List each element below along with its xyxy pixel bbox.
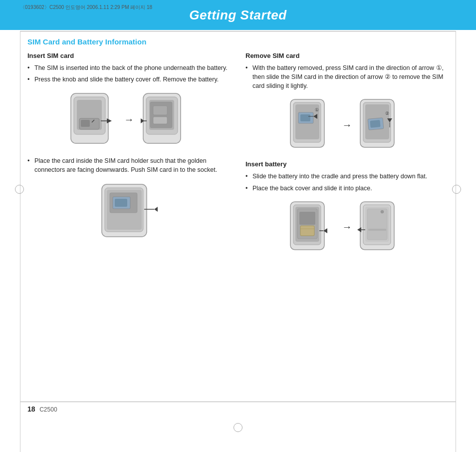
insert-sim-bullets: The SIM is inserted into the back of the… — [27, 63, 231, 84]
list-item: Slide the battery into the cradle and pr… — [245, 172, 449, 181]
remove-sim-bullets: With the battery removed, press SIM card… — [245, 63, 449, 90]
border-right — [456, 31, 456, 452]
list-item: Place the back cover and slide it into p… — [245, 184, 449, 193]
phone-image-6 — [287, 200, 337, 255]
right-column: Remove SIM card With the battery removed… — [245, 52, 449, 263]
remove-sim-heading: Remove SIM card — [245, 52, 449, 59]
phone-image-2 — [139, 91, 192, 148]
svg-rect-36 — [370, 120, 380, 128]
border-bottom — [20, 402, 456, 402]
header-title: Getting Started — [189, 7, 286, 23]
arrow-icon-2: → — [342, 119, 352, 131]
insert-battery-heading: Insert battery — [245, 160, 449, 168]
svg-rect-54 — [368, 229, 386, 231]
list-item: With the battery removed, press SIM card… — [245, 63, 449, 90]
svg-rect-28 — [300, 114, 310, 121]
phone-image-1 — [67, 91, 119, 148]
reg-mark-right — [452, 185, 461, 194]
svg-rect-12 — [153, 106, 167, 115]
svg-text:②: ② — [385, 111, 389, 116]
svg-rect-4 — [81, 120, 90, 127]
border-top — [20, 31, 456, 31]
list-item: Press the knob and slide the battery cov… — [27, 75, 231, 84]
phone-image-7 — [357, 200, 407, 255]
phone-image-4: ① — [287, 97, 337, 152]
insert-battery-images-row: → — [245, 200, 449, 255]
model-label: C2500 — [39, 406, 57, 413]
list-item: Place the card inside the SIM card holde… — [27, 156, 231, 174]
insert-sim-bullet3: Place the card inside the SIM card holde… — [27, 156, 231, 174]
remove-sim-images-row: ① → ② — [245, 97, 449, 152]
svg-marker-22 — [154, 207, 158, 212]
meta-line: 〈0193602〉C2500 인도영어 2006.1.11 2:29 PM 페이… — [20, 4, 152, 11]
section-title: SIM Card and Battery Information — [27, 37, 449, 46]
svg-marker-55 — [357, 227, 361, 232]
left-column: Insert SIM card The SIM is inserted into… — [27, 52, 231, 263]
reg-mark-left — [15, 185, 24, 194]
svg-marker-6 — [107, 118, 112, 123]
svg-rect-52 — [367, 209, 387, 240]
svg-rect-45 — [300, 226, 314, 236]
arrow-icon-1: → — [124, 114, 134, 125]
phone-image-3 — [97, 182, 162, 242]
svg-point-53 — [381, 210, 384, 213]
content-area: SIM Card and Battery Information Insert … — [27, 37, 449, 397]
border-left — [20, 31, 20, 452]
page-number: 18 — [27, 405, 35, 413]
insert-sim-images-row1: → — [27, 91, 231, 148]
svg-rect-13 — [153, 117, 167, 124]
insert-battery-bullets: Slide the battery into the cradle and pr… — [245, 172, 449, 192]
svg-rect-44 — [299, 212, 315, 225]
footer: 18 C2500 — [27, 405, 57, 413]
two-column-layout: Insert SIM card The SIM is inserted into… — [27, 52, 449, 263]
insert-sim-images-row2 — [27, 182, 231, 242]
svg-text:①: ① — [315, 107, 319, 112]
insert-sim-heading: Insert SIM card — [27, 52, 231, 59]
arrow-icon-3: → — [342, 221, 352, 233]
phone-image-5: ② — [357, 97, 407, 152]
svg-rect-21 — [115, 199, 127, 207]
reg-mark-bottom — [234, 423, 242, 432]
list-item: The SIM is inserted into the back of the… — [27, 63, 231, 72]
